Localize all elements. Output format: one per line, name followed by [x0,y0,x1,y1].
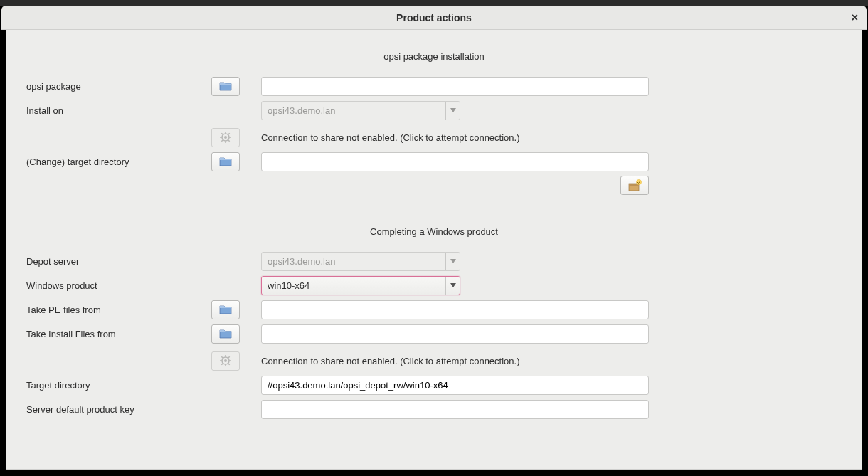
install-package-button[interactable] [620,176,649,195]
section-title-package-install: opsi package installation [26,51,842,62]
close-icon[interactable]: × [852,11,858,24]
target-dir-input[interactable] [261,376,649,395]
svg-line-7 [228,140,230,142]
connect-share-button-2[interactable] [211,351,240,371]
connection-status-2[interactable]: Connection to share not enabled. (Click … [261,356,520,366]
windows-product-select[interactable]: win10-x64 [261,276,460,295]
svg-line-21 [221,364,223,365]
connect-share-button-1[interactable] [211,128,240,147]
label-depot-server: Depot server [26,256,211,267]
window-titlebar: Product actions × [1,6,867,30]
svg-point-12 [637,179,642,184]
chevron-down-icon [445,253,460,270]
label-take-install: Take Install Files from [26,329,211,339]
section-title-windows-product: Completing a Windows product [26,226,842,237]
label-product-key: Server default product key [26,404,211,415]
window-content: opsi package installation opsi package I… [6,30,862,470]
browse-opsi-package-button[interactable] [211,77,240,96]
windows-product-value: win10-x64 [268,280,309,291]
svg-line-6 [221,133,223,134]
svg-line-8 [221,140,223,142]
chevron-down-icon [445,102,460,120]
folder-icon [219,329,232,339]
desktop-topbar [0,0,868,6]
install-on-select[interactable]: opsi43.demo.lan [261,101,460,120]
opsi-package-input[interactable] [261,77,649,96]
window-title: Product actions [396,12,472,23]
folder-icon [219,81,232,91]
svg-line-19 [221,356,223,358]
label-install-on: Install on [26,105,211,116]
browse-install-files-button[interactable] [211,324,240,344]
label-opsi-package: opsi package [26,81,211,92]
take-install-input[interactable] [261,324,649,344]
browse-pe-files-button[interactable] [211,300,240,319]
change-target-input[interactable] [261,152,649,171]
svg-line-9 [228,133,230,134]
depot-server-value: opsi43.demo.lan [268,256,335,267]
gear-icon [220,355,231,366]
install-on-value: opsi43.demo.lan [268,105,335,116]
label-target-dir: Target directory [26,380,211,391]
label-take-pe: Take PE files from [26,305,211,315]
svg-line-22 [228,356,230,358]
svg-line-20 [228,364,230,365]
connection-status-1[interactable]: Connection to share not enabled. (Click … [261,132,520,143]
folder-icon [219,157,232,166]
browse-target-dir-button[interactable] [211,152,240,171]
chevron-down-icon [445,277,460,295]
gear-icon [220,132,231,143]
svg-point-1 [224,136,227,139]
package-icon [628,179,642,192]
svg-point-14 [224,359,227,362]
product-key-input[interactable] [261,400,649,419]
folder-icon [219,305,232,314]
label-windows-product: Windows product [26,280,211,291]
depot-server-select[interactable]: opsi43.demo.lan [261,252,460,271]
take-pe-input[interactable] [261,300,649,319]
label-change-target: (Change) target directory [26,157,211,167]
